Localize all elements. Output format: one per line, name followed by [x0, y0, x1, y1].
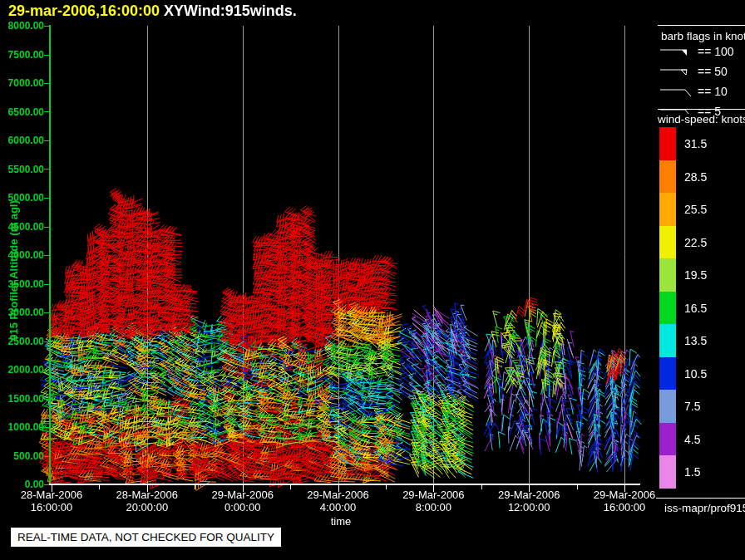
- colorbar-value-label: 13.5: [684, 334, 726, 347]
- x-tick-label: 29-Mar-20060:00:00: [193, 489, 293, 513]
- wind-profiler-screen: 29-mar-2006,16:00:00 XYWind:915winds. 91…: [0, 0, 745, 560]
- x-tick-label: 29-Mar-20064:00:00: [289, 489, 388, 513]
- y-tick-label: 7500.00: [1, 49, 44, 61]
- wind-barb-plot-canvas: [0, 0, 745, 560]
- x-tick-label: 28-Mar-200616:00:00: [2, 489, 101, 513]
- colorbar-block: [659, 160, 676, 194]
- y-tick-label: 1500.00: [1, 393, 44, 405]
- colorbar-block: [659, 357, 676, 391]
- colorbar-value-label: 31.5: [684, 137, 726, 150]
- barb-pennant-50-icon: [659, 66, 693, 78]
- barb-flag-100-icon: [659, 46, 693, 58]
- y-tick-label: 5000.00: [1, 192, 44, 204]
- colorbar-value-label: 22.5: [684, 236, 726, 249]
- y-axis-title: 915 Profiler Altitude (m agl): [7, 146, 20, 395]
- x-tick-label: 28-Mar-200620:00:00: [97, 489, 197, 513]
- barb-legend-entry: == 50: [659, 64, 728, 81]
- y-tick-label: 3000.00: [1, 307, 44, 318]
- barb-legend-entry: == 10: [659, 84, 728, 101]
- colorbar-block: [659, 127, 676, 160]
- barb-full-10-icon: [659, 86, 693, 98]
- y-tick-label: 500.00: [1, 450, 44, 462]
- colorbar-block: [659, 455, 676, 489]
- barb-legend-entry: == 100: [659, 44, 734, 61]
- colorbar-title: wind-speed: knots: [658, 113, 745, 125]
- colorbar-value-label: 25.5: [684, 203, 726, 216]
- colorbar-value-label: 16.5: [684, 302, 726, 315]
- x-tick-label: 29-Mar-200616:00:00: [575, 489, 674, 513]
- plot-timestamp: 29-mar-2006,16:00:00: [8, 2, 160, 20]
- x-tick-label: 29-Mar-200612:00:00: [479, 489, 579, 513]
- colorbar-value-label: 19.5: [684, 268, 726, 282]
- legend-mid-divider: [658, 109, 745, 110]
- data-path-label: iss-mapr/prof915h: [664, 502, 745, 514]
- barb-legend-title: barb flags in knots: [661, 30, 745, 42]
- barb-legend-label: == 10: [698, 85, 728, 98]
- colorbar-value-label: 28.5: [684, 170, 726, 184]
- x-axis-title: time: [291, 515, 391, 528]
- y-tick-label: 6000.00: [1, 135, 44, 146]
- y-tick-label: 7000.00: [1, 77, 44, 89]
- y-tick-label: 3500.00: [1, 278, 44, 290]
- colorbar-value-label: 1.5: [684, 465, 726, 479]
- page-title: XYWind:915winds.: [164, 2, 297, 20]
- legend-top-divider: [658, 25, 745, 26]
- barb-legend-label: == 100: [698, 45, 734, 58]
- colorbar-block: [659, 193, 676, 226]
- colorbar-block: [659, 258, 676, 292]
- y-tick-label: 5500.00: [1, 164, 44, 175]
- colorbar-value-label: 10.5: [684, 367, 726, 381]
- colorbar-block: [659, 324, 676, 357]
- barb-legend-label: == 50: [698, 65, 728, 78]
- colorbar-value-label: 4.5: [684, 433, 726, 446]
- footer-divider: [656, 498, 745, 499]
- wind-speed-colorbar: [659, 127, 676, 489]
- y-tick-label: 4000.00: [1, 249, 44, 261]
- y-tick-label: 1000.00: [1, 421, 44, 433]
- colorbar-block: [659, 423, 676, 456]
- y-tick-label: 2000.00: [1, 364, 44, 376]
- x-tick-label: 29-Mar-20068:00:00: [383, 489, 483, 513]
- y-tick-label: 4500.00: [1, 221, 44, 233]
- y-tick-label: 8000.00: [1, 20, 44, 32]
- y-tick-label: 6500.00: [1, 106, 44, 118]
- colorbar-value-label: 7.5: [684, 400, 726, 413]
- colorbar-block: [659, 226, 676, 259]
- colorbar-block: [659, 292, 676, 325]
- quality-disclaimer-badge: REAL-TIME DATA, NOT CHECKED FOR QUALITY: [11, 528, 281, 547]
- y-tick-label: 2500.00: [1, 336, 44, 347]
- colorbar-block: [659, 390, 676, 423]
